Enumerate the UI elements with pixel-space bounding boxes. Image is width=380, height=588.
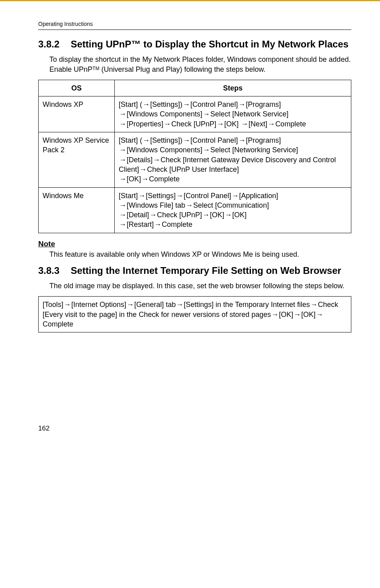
section-383-intro: The old image may be displayed. In this … [49,281,351,291]
browser-steps-box: [Tools]→[Internet Options]→[General] tab… [38,296,351,332]
page-container: Operating Instructions 3.8.2 Setting UPn… [0,1,380,462]
page-number: 162 [38,424,351,433]
section-382-number: 3.8.2 [38,38,59,51]
cell-steps: [Start] (→[Settings])→[Control Panel]→[P… [115,96,351,132]
table-header-row: OS Steps [39,80,351,96]
cell-steps: [Start]→[Settings]→[Control Panel]→[Appl… [115,187,351,233]
os-steps-table: OS Steps Windows XP [Start] (→[Settings]… [38,80,351,233]
head-underline [38,29,351,30]
th-os: OS [39,80,115,96]
section-383-number: 3.8.3 [38,264,59,277]
note-body: This feature is available only when Wind… [49,250,351,259]
cell-steps: [Start] (→[Settings])→[Control Panel]→[P… [115,132,351,187]
section-383-heading: 3.8.3 Setting the Internet Temporary Fil… [38,264,351,277]
table-row: Windows Me [Start]→[Settings]→[Control P… [39,187,351,233]
th-steps: Steps [115,80,351,96]
intro-part2: (Universal Plug and Play) following the … [99,65,265,73]
section-383-title: Setting the Internet Temporary File Sett… [71,264,351,277]
note-heading: Note [38,239,351,249]
running-head: Operating Instructions [38,20,351,28]
table-row: Windows XP Service Pack 2 [Start] (→[Set… [39,132,351,187]
cell-os: Windows XP [39,96,115,132]
table-row: Windows XP [Start] (→[Settings])→[Contro… [39,96,351,132]
section-382-intro: To display the shortcut in the My Networ… [49,55,351,74]
section-382-heading: 3.8.2 Setting UPnP™ to Display the Short… [38,38,351,51]
section-382-title: Setting UPnP™ to Display the Shortcut in… [71,38,351,51]
trademark-symbol: TM [92,66,99,71]
cell-os: Windows Me [39,187,115,233]
cell-os: Windows XP Service Pack 2 [39,132,115,187]
